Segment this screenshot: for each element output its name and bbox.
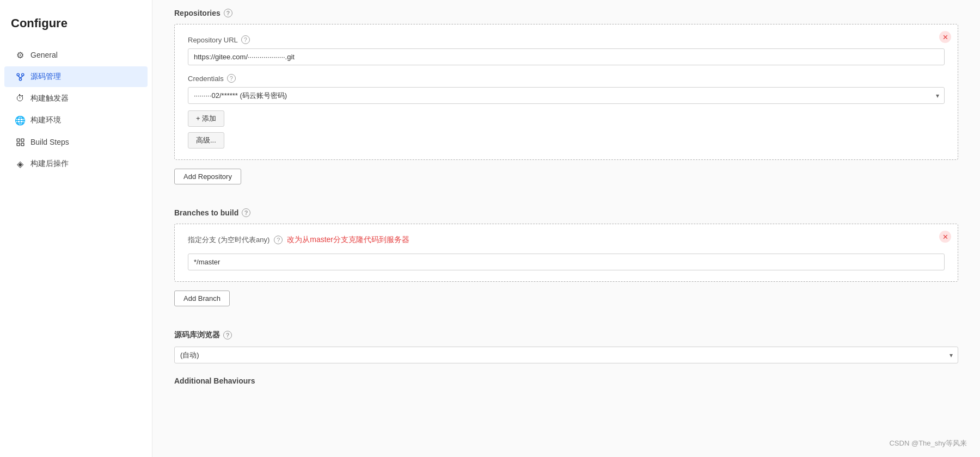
branch-input[interactable] xyxy=(188,254,945,270)
build-env-icon: 🌐 xyxy=(15,115,25,125)
sidebar-item-label-build-trigger: 构建触发器 xyxy=(30,94,69,103)
main-content: Repositories ? ✕ Repository URL ? Creden… xyxy=(152,0,980,457)
sidebar-item-build-steps[interactable]: Build Steps xyxy=(4,132,148,152)
repositories-section-header: Repositories ? xyxy=(174,9,958,17)
credentials-field-label: Credentials ? xyxy=(188,74,945,83)
branches-help-icon[interactable]: ? xyxy=(242,208,250,217)
build-steps-icon xyxy=(15,137,25,147)
remove-branch-button[interactable]: ✕ xyxy=(939,231,951,243)
sidebar-title: Configure xyxy=(0,11,152,44)
watermark: CSDN @The_shy等风来 xyxy=(889,439,967,448)
sidebar-item-build-env[interactable]: 🌐 构建环境 xyxy=(4,110,148,131)
source-mgmt-icon xyxy=(15,72,25,82)
branch-annotation: 改为从master分支克隆代码到服务器 xyxy=(287,235,409,245)
source-browser-section-header: 源码库浏览器 ? xyxy=(174,330,958,340)
repositories-label: Repositories xyxy=(174,9,220,17)
svg-rect-8 xyxy=(21,143,23,145)
branches-section-header: Branches to build ? xyxy=(174,208,958,217)
add-branch-button[interactable]: Add Branch xyxy=(174,291,230,306)
repo-url-input[interactable] xyxy=(188,48,945,65)
sidebar-item-post-build[interactable]: ◈ 构建后操作 xyxy=(4,153,148,174)
svg-line-3 xyxy=(18,76,20,78)
add-credentials-button[interactable]: + 添加 xyxy=(188,110,224,127)
repositories-help-icon[interactable]: ? xyxy=(224,9,232,17)
source-browser-help-icon[interactable]: ? xyxy=(223,331,232,339)
sidebar-item-label-post-build: 构建后操作 xyxy=(30,159,69,169)
credentials-help-icon[interactable]: ? xyxy=(227,74,236,83)
source-browser-select-wrapper: (自动) ▾ xyxy=(174,347,958,363)
repo-url-help-icon[interactable]: ? xyxy=(241,35,250,44)
additional-behaviours-header: Additional Behaviours xyxy=(174,376,958,385)
advanced-button[interactable]: 高级... xyxy=(188,132,224,149)
sidebar-item-label-build-steps: Build Steps xyxy=(30,138,69,146)
sidebar-item-label-build-env: 构建环境 xyxy=(30,115,61,125)
credentials-select[interactable]: ·········02/****** (码云账号密码) xyxy=(188,87,945,104)
sidebar-item-label-source-mgmt: 源码管理 xyxy=(30,72,61,82)
svg-point-0 xyxy=(17,73,19,76)
svg-rect-6 xyxy=(21,139,23,141)
branch-field-help-icon[interactable]: ? xyxy=(274,236,283,244)
add-repository-button[interactable]: Add Repository xyxy=(174,169,241,184)
svg-rect-5 xyxy=(17,139,20,141)
source-browser-select[interactable]: (自动) xyxy=(174,347,958,363)
post-build-icon: ◈ xyxy=(15,159,25,169)
remove-repository-button[interactable]: ✕ xyxy=(939,31,951,43)
branch-field-label-row: 指定分支 (为空时代表any) ? 改为从master分支克隆代码到服务器 xyxy=(188,235,945,245)
svg-point-1 xyxy=(21,73,23,76)
svg-line-4 xyxy=(20,76,22,78)
credentials-select-wrapper: ·········02/****** (码云账号密码) ▾ xyxy=(188,87,945,104)
svg-point-2 xyxy=(19,78,21,80)
sidebar-item-source-mgmt[interactable]: 源码管理 xyxy=(4,66,148,87)
branch-field-label: 指定分支 (为空时代表any) xyxy=(188,235,270,245)
svg-rect-7 xyxy=(17,143,20,145)
sidebar-item-general[interactable]: ⚙ General xyxy=(4,45,148,65)
sidebar-item-build-trigger[interactable]: ⏱ 构建触发器 xyxy=(4,88,148,109)
sidebar-item-label-general: General xyxy=(30,51,58,59)
repository-card: ✕ Repository URL ? Credentials ? ·······… xyxy=(174,24,958,160)
gear-icon: ⚙ xyxy=(15,50,25,60)
sidebar: Configure ⚙ General 源码管理 ⏱ 构建触发器 🌐 构建环境 … xyxy=(0,0,152,457)
build-trigger-icon: ⏱ xyxy=(15,94,25,103)
branch-card: ✕ 指定分支 (为空时代表any) ? 改为从master分支克隆代码到服务器 xyxy=(174,224,958,282)
repo-url-field-label: Repository URL ? xyxy=(188,35,945,44)
